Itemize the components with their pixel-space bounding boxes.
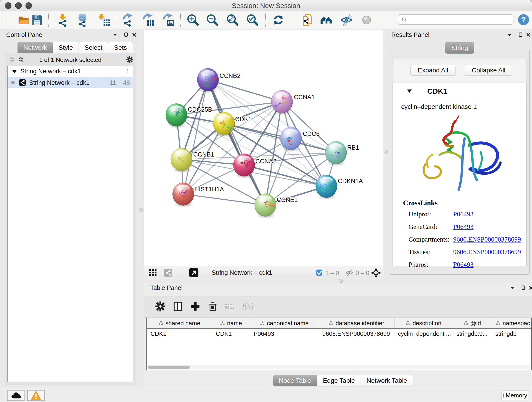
column-header[interactable]: canonical name (250, 318, 319, 328)
network-node[interactable] (197, 68, 220, 93)
columns-icon[interactable] (172, 300, 184, 313)
expand-all-button[interactable]: Expand All (410, 65, 456, 76)
panel-menu-icon[interactable] (113, 33, 118, 37)
network-node[interactable] (325, 141, 347, 166)
network-node[interactable] (213, 112, 234, 137)
float-panel-icon[interactable] (123, 32, 128, 37)
panel-menu-icon[interactable] (510, 286, 515, 290)
column-header[interactable]: namespac (492, 318, 532, 328)
network-node[interactable] (316, 175, 337, 200)
zoom-in-icon[interactable] (185, 12, 201, 28)
network-edge[interactable] (208, 80, 282, 102)
trash-icon[interactable] (207, 300, 219, 313)
network-row[interactable]: String Network – cdk1 11 48 (7, 77, 133, 88)
column-header[interactable]: database identifier (319, 318, 394, 328)
column-header[interactable]: shared name (147, 318, 212, 328)
tab-sets[interactable]: Sets (108, 42, 133, 54)
export-image-icon[interactable] (161, 12, 176, 28)
zoom-selected-icon[interactable] (245, 12, 260, 28)
float-panel-icon[interactable] (518, 32, 523, 37)
table-cell[interactable]: stringdb:9... (453, 328, 492, 339)
selected-checkbox-icon[interactable] (316, 269, 322, 276)
table-cell[interactable]: cyclin–dependent ... (394, 328, 453, 339)
grid-icon[interactable] (149, 269, 157, 277)
crosslink-value-link[interactable]: 9606.ENSP00000378699 (453, 248, 521, 256)
column-header[interactable]: @id (453, 318, 492, 328)
vertical-splitter-grip[interactable] (139, 208, 143, 212)
network-edge[interactable] (183, 102, 282, 194)
column-header[interactable]: description (394, 318, 453, 328)
help-icon[interactable]: ? (518, 14, 530, 26)
refresh-icon[interactable] (271, 12, 286, 28)
network-edge[interactable] (183, 194, 265, 205)
search-input[interactable] (409, 15, 511, 24)
scrollbar-thumb[interactable] (148, 366, 190, 369)
add-icon[interactable] (190, 300, 201, 313)
network-canvas[interactable]: CCNB2CCNA1CDC25BCDK1CDC6RB1CCNB1CCNA2CDK… (144, 30, 383, 267)
hide-annotations-icon[interactable] (339, 12, 354, 28)
network-edge[interactable] (224, 123, 336, 153)
table-cell[interactable]: 9606.ENSP00000378699 (319, 328, 394, 339)
network-edge[interactable] (244, 165, 326, 186)
network-node[interactable] (172, 183, 194, 208)
table-cell[interactable]: CDK1 (147, 328, 212, 339)
horizontal-splitter-grip[interactable] (339, 279, 343, 283)
export-table-icon[interactable] (141, 12, 156, 28)
close-panel-icon[interactable] (526, 32, 531, 37)
open-in-window-icon[interactable] (189, 268, 198, 277)
save-session-icon[interactable] (30, 12, 45, 28)
table-horizontal-scrollbar[interactable] (147, 365, 530, 370)
close-panel-icon[interactable] (132, 32, 137, 37)
gear-icon[interactable] (155, 300, 167, 313)
crosslink-value-link[interactable]: P06493 (453, 223, 474, 230)
network-node[interactable] (254, 194, 276, 219)
network-node[interactable] (233, 153, 255, 179)
import-network-icon[interactable] (56, 12, 71, 28)
network-node[interactable] (280, 127, 302, 152)
float-panel-icon[interactable] (521, 285, 526, 290)
zoom-out-icon[interactable] (205, 12, 220, 28)
tab-edge-table[interactable]: Edge Table (317, 375, 361, 386)
crosslink-value-link[interactable]: 9606.ENSP00000378699 (453, 236, 521, 243)
network-collection-row[interactable]: String Network – cdk1 1 (7, 66, 133, 77)
crosslink-value-link[interactable]: P06493 (453, 211, 474, 218)
share-icon[interactable] (164, 269, 172, 277)
table-cell[interactable]: CDK1 (212, 328, 250, 339)
import-network-database-icon[interactable] (75, 12, 90, 28)
clear-table-icon[interactable] (224, 300, 236, 313)
tree-expand-icon[interactable] (12, 70, 17, 74)
network-node[interactable] (166, 103, 187, 128)
warning-icon[interactable] (27, 390, 45, 401)
home-layout-icon[interactable] (319, 12, 334, 28)
table-cell[interactable]: P06493 (250, 328, 319, 339)
cloud-icon[interactable] (7, 390, 25, 401)
node-result-header[interactable]: CDK1 (393, 83, 526, 100)
export-network-icon[interactable] (121, 12, 136, 28)
tab-select[interactable]: Select (79, 42, 108, 54)
tab-node-table[interactable]: Node Table (273, 375, 317, 386)
network-edge[interactable] (183, 80, 208, 194)
tab-string[interactable]: String (445, 42, 474, 54)
network-node[interactable] (271, 90, 293, 115)
column-header[interactable]: name (212, 318, 250, 328)
table-cell[interactable]: stringdb (492, 328, 532, 339)
hidden-eye-icon[interactable] (345, 269, 354, 276)
tab-style[interactable]: Style (53, 42, 79, 54)
crosshair-icon[interactable] (371, 268, 381, 278)
memory-button[interactable]: Memory (501, 390, 529, 400)
clone-network-icon[interactable] (300, 12, 315, 28)
network-node[interactable] (171, 148, 192, 173)
tab-network[interactable]: Network (17, 42, 53, 54)
panel-menu-icon[interactable] (507, 33, 512, 37)
vertical-splitter-grip[interactable] (384, 150, 388, 153)
crosslink-value-link[interactable]: P06493 (453, 261, 474, 268)
table-row[interactable]: CDK1CDK1P064939606.ENSP00000378699cyclin… (147, 328, 532, 339)
import-table-icon[interactable] (96, 12, 112, 28)
zoom-fit-icon[interactable] (225, 12, 240, 28)
tab-network-table[interactable]: Network Table (361, 375, 413, 386)
open-session-icon[interactable] (16, 12, 32, 28)
collapse-all-button[interactable]: Collapse All (464, 65, 513, 76)
inactive-eye-icon[interactable] (359, 12, 374, 28)
gear-icon[interactable] (126, 56, 133, 63)
close-panel-icon[interactable] (529, 286, 532, 290)
